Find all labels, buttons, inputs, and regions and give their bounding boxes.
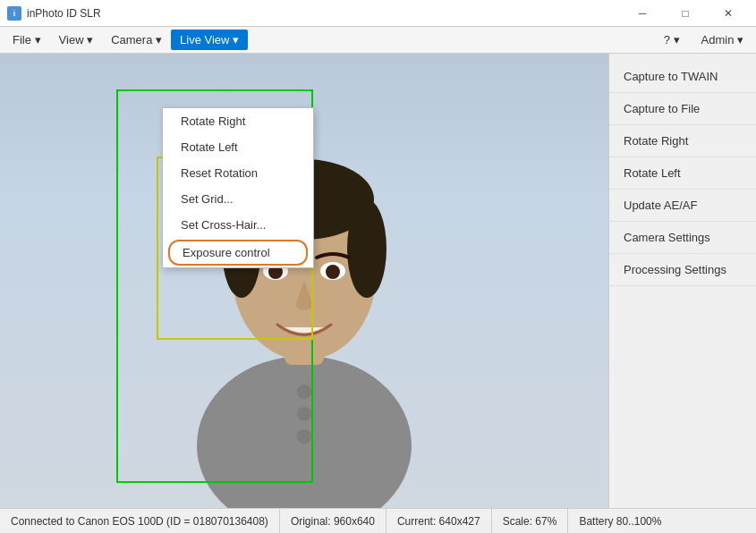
dropdown-item-reset-rotation[interactable]: Reset Rotation (163, 160, 313, 186)
statusbar: Connected to Canon EOS 100D (ID = 018070… (0, 508, 756, 533)
camera-settings-button[interactable]: Camera Settings (609, 222, 756, 254)
admin-button[interactable]: Admin ▾ (692, 30, 752, 50)
help-button[interactable]: ? ▾ (655, 30, 689, 50)
rotate-right-button[interactable]: Rotate Right (609, 125, 756, 157)
menu-liveview[interactable]: Live View ▾ (171, 30, 248, 50)
capture-twain-button[interactable]: Capture to TWAIN (609, 61, 756, 93)
titlebar: i inPhoto ID SLR ─ □ ✕ (0, 0, 756, 27)
close-button[interactable]: ✕ (708, 0, 749, 27)
status-connection: Connected to Canon EOS 100D (ID = 018070… (0, 509, 280, 533)
minimize-button[interactable]: ─ (622, 0, 663, 27)
menu-liveview-arrow: ▾ (233, 33, 239, 47)
menu-file-label: File (13, 33, 31, 47)
menu-camera[interactable]: Camera ▾ (102, 30, 171, 50)
capture-file-button[interactable]: Capture to File (609, 93, 756, 125)
menu-file[interactable]: File ▾ (4, 30, 50, 50)
liveview-dropdown: Rotate Right Rotate Left Reset Rotation … (162, 107, 314, 268)
status-current: Current: 640x427 (386, 509, 492, 533)
status-scale: Scale: 67% (492, 509, 569, 533)
camera-view: Rotate Right Rotate Left Reset Rotation … (0, 54, 608, 508)
dropdown-item-set-grid[interactable]: Set Grid... (163, 186, 313, 212)
dropdown-item-rotate-left[interactable]: Rotate Left (163, 134, 313, 160)
menu-camera-arrow: ▾ (156, 33, 162, 47)
update-aeaf-button[interactable]: Update AE/AF (609, 190, 756, 222)
menu-liveview-label: Live View (180, 33, 229, 47)
menu-view-label: View (59, 33, 84, 47)
status-battery: Battery 80..100% (568, 509, 672, 533)
menubar-right: ? ▾ Admin ▾ (655, 30, 752, 50)
help-label: ? (664, 33, 670, 47)
status-original: Original: 960x640 (280, 509, 386, 533)
window-controls: ─ □ ✕ (622, 0, 749, 27)
svg-point-10 (297, 385, 311, 399)
status-scale-text: Scale: 67% (503, 515, 557, 528)
admin-arrow: ▾ (737, 33, 743, 47)
menu-view-arrow: ▾ (87, 33, 93, 47)
status-connection-text: Connected to Canon EOS 100D (ID = 018070… (11, 515, 268, 528)
status-current-text: Current: 640x427 (397, 515, 480, 528)
app-icon: i (7, 6, 21, 21)
main-area: Rotate Right Rotate Left Reset Rotation … (0, 54, 756, 508)
menu-file-arrow: ▾ (35, 33, 41, 47)
rotate-left-button[interactable]: Rotate Left (609, 157, 756, 190)
menu-view[interactable]: View ▾ (50, 30, 103, 50)
svg-point-9 (326, 265, 340, 279)
menubar: File ▾ View ▾ Camera ▾ Live View ▾ ? ▾ A… (0, 27, 756, 54)
status-battery-text: Battery 80..100% (579, 515, 661, 528)
admin-label: Admin (701, 33, 735, 47)
svg-point-12 (297, 429, 311, 444)
processing-settings-button[interactable]: Processing Settings (609, 254, 756, 286)
window-title: inPhoto ID SLR (27, 7, 101, 20)
help-arrow: ▾ (674, 33, 680, 47)
dropdown-item-rotate-right[interactable]: Rotate Right (163, 108, 313, 134)
right-panel: Capture to TWAIN Capture to File Rotate … (608, 54, 756, 508)
maximize-button[interactable]: □ (665, 0, 706, 27)
menu-camera-label: Camera (111, 33, 152, 47)
app-icon-letter: i (13, 9, 16, 18)
svg-point-5 (347, 199, 386, 298)
svg-point-11 (297, 407, 311, 421)
dropdown-item-set-crosshair[interactable]: Set Cross-Hair... (163, 212, 313, 238)
dropdown-item-exposure-control[interactable]: Exposure control (168, 240, 308, 266)
status-original-text: Original: 960x640 (291, 515, 375, 528)
titlebar-left: i inPhoto ID SLR (7, 6, 101, 21)
